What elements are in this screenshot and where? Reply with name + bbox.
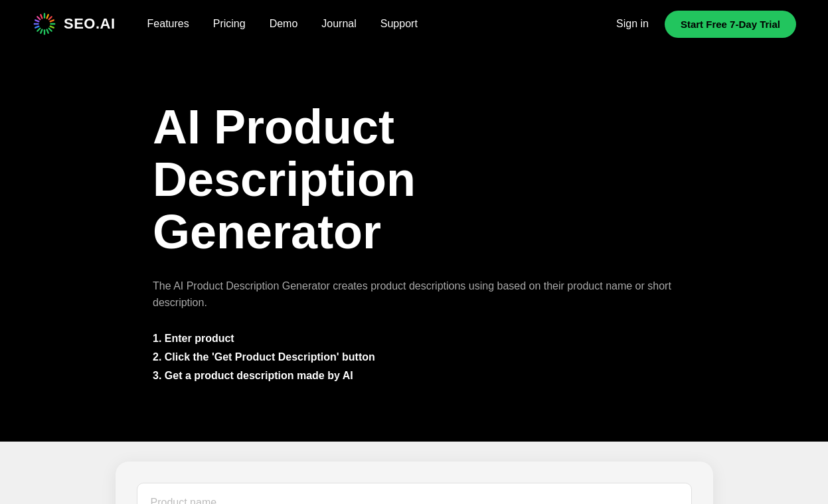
- hero-steps: 1. Enter product 2. Click the 'Get Produ…: [153, 333, 828, 382]
- svg-line-5: [50, 27, 54, 28]
- hero-step-1: 1. Enter product: [153, 333, 828, 345]
- form-section: [0, 442, 828, 504]
- svg-line-1: [47, 15, 48, 18]
- trial-button[interactable]: Start Free 7-Day Trial: [665, 11, 796, 38]
- nav-link-demo[interactable]: Demo: [270, 18, 298, 30]
- navbar: SEO.AI Features Pricing Demo Journal Sup…: [0, 0, 828, 48]
- svg-line-3: [50, 20, 54, 21]
- svg-line-11: [35, 27, 39, 28]
- product-name-input[interactable]: [137, 483, 692, 504]
- svg-line-13: [35, 20, 39, 21]
- nav-link-support[interactable]: Support: [380, 18, 418, 30]
- nav-link-journal[interactable]: Journal: [321, 18, 356, 30]
- svg-line-14: [37, 17, 40, 19]
- hero-title: AI Product Description Generator: [153, 101, 604, 259]
- svg-line-15: [41, 15, 42, 18]
- svg-line-6: [49, 29, 52, 31]
- svg-line-7: [47, 30, 48, 33]
- navbar-right: Sign in Start Free 7-Day Trial: [616, 11, 796, 38]
- svg-line-2: [49, 17, 52, 19]
- svg-line-9: [41, 30, 42, 33]
- navbar-left: SEO.AI Features Pricing Demo Journal Sup…: [32, 11, 418, 37]
- svg-line-10: [37, 29, 40, 31]
- hero-step-3: 3. Get a product description made by AI: [153, 370, 828, 382]
- logo-icon: [32, 11, 57, 37]
- hero-description: The AI Product Description Generator cre…: [153, 278, 677, 311]
- sign-in-link[interactable]: Sign in: [616, 18, 649, 30]
- nav-link-features[interactable]: Features: [147, 18, 189, 30]
- nav-link-pricing[interactable]: Pricing: [213, 18, 246, 30]
- logo[interactable]: SEO.AI: [32, 11, 116, 37]
- hero-step-2: 2. Click the 'Get Product Description' b…: [153, 351, 828, 363]
- form-card: [116, 462, 713, 504]
- logo-text: SEO.AI: [64, 15, 116, 33]
- nav-links: Features Pricing Demo Journal Support: [147, 18, 418, 30]
- hero-section: AI Product Description Generator The AI …: [0, 48, 828, 442]
